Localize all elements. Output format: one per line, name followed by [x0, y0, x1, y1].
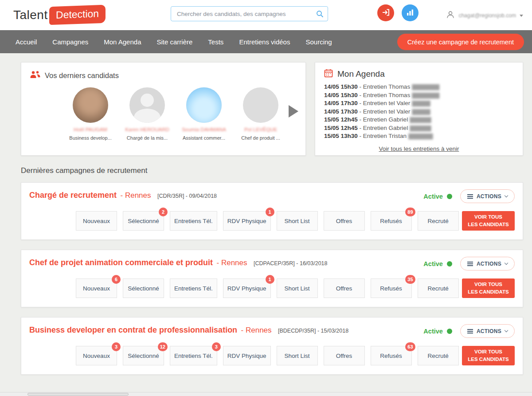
- search-icon[interactable]: [316, 10, 324, 20]
- nav-item[interactable]: Campagnes: [52, 38, 88, 46]
- stage-filter-button[interactable]: Offres: [324, 211, 365, 231]
- candidates-panel-title: Vos derniers candidats: [45, 71, 119, 80]
- stage-filter-button[interactable]: 1 RDV Physique: [223, 278, 271, 298]
- stage-label: Nouveaux: [83, 353, 110, 359]
- agenda-entry-redacted-name: ██████: [412, 101, 430, 106]
- campaign-location: - Rennes: [121, 191, 151, 200]
- stage-filter-button[interactable]: Offres: [324, 346, 365, 365]
- stats-button[interactable]: [402, 4, 419, 21]
- nav-item[interactable]: Tests: [208, 38, 223, 46]
- scrollbar-thumb[interactable]: [27, 393, 129, 396]
- stage-filter-button[interactable]: Nouveaux: [76, 211, 117, 231]
- actions-button-label: ACTIONS: [477, 261, 501, 267]
- stage-label: Sélectionné: [128, 285, 159, 292]
- horizontal-scrollbar[interactable]: [0, 392, 532, 396]
- candidate-avatar: [73, 87, 108, 123]
- campaign-card: Chargé de recrutement - Rennes [CDR/35R]…: [21, 182, 523, 240]
- stage-filter-button[interactable]: 3 Entretiens Tél.: [170, 346, 217, 365]
- actions-button[interactable]: ACTIONS: [460, 189, 515, 203]
- campaign-title: Chargé de recrutement - Rennes [CDR/35R]…: [29, 189, 384, 202]
- candidate-avatar: [186, 87, 222, 123]
- chevron-down-icon: [505, 261, 508, 265]
- stage-filter-button[interactable]: Recruté: [418, 346, 459, 365]
- logo-text-detection: Detection: [49, 5, 106, 25]
- stage-label: Offres: [336, 353, 352, 359]
- stage-filter-button[interactable]: 63 Refusés: [371, 346, 412, 365]
- nav-item[interactable]: Site carrière: [157, 38, 193, 46]
- candidate-card[interactable]: Pol LEVÊQUE Chef de produit ...: [232, 87, 289, 141]
- stage-filter-button[interactable]: RDV Physique: [223, 346, 271, 365]
- campaign-location: - Rennes: [241, 326, 272, 334]
- candidate-card[interactable]: Karen HEROUARD Chargé de la mis...: [119, 87, 176, 141]
- app-logo[interactable]: Talent Detection: [13, 6, 106, 24]
- actions-button-label: ACTIONS: [477, 193, 501, 200]
- campaign-job-title[interactable]: Chargé de recrutement: [29, 191, 117, 200]
- stage-filter-button[interactable]: Short List: [277, 346, 318, 365]
- stage-filter-button[interactable]: 6 Nouveaux: [76, 278, 117, 298]
- nav-item[interactable]: Sourcing: [305, 38, 332, 46]
- agenda-entry-redacted-name: ███████: [410, 125, 431, 131]
- agenda-entry-redacted-name: █████████: [412, 93, 439, 98]
- stage-filter-button[interactable]: Recruté: [418, 278, 459, 298]
- view-all-candidates-button[interactable]: VOIR TOUS LES CANDIDATS: [462, 211, 515, 231]
- stage-filter-button[interactable]: Short List: [277, 278, 318, 298]
- stage-filter-button[interactable]: 35 Refusés: [371, 278, 412, 298]
- stage-filter-button[interactable]: 1 RDV Physique: [223, 211, 271, 231]
- people-group-icon: [30, 71, 40, 80]
- main-nav: Accueil Campagnes Mon Agenda Site carriè…: [0, 30, 532, 53]
- agenda-entry: 14/05 15h30 - Entretien Thomas█████████: [324, 83, 514, 91]
- chevron-down-icon: [520, 15, 523, 17]
- candidate-name: Karen HEROUARD: [119, 127, 176, 132]
- nav-item[interactable]: Accueil: [16, 38, 37, 46]
- agenda-entry: 14/05 17h30 - Entretien tel Valer██████: [324, 108, 514, 116]
- stage-label: Recruté: [427, 285, 448, 292]
- search-input[interactable]: [171, 6, 328, 21]
- menu-icon: [467, 329, 473, 333]
- next-candidates-arrow[interactable]: [289, 105, 298, 118]
- stage-filter-button[interactable]: Short List: [277, 211, 318, 231]
- count-badge: 6: [112, 275, 121, 284]
- candidate-avatar: [243, 87, 278, 123]
- view-all-candidates-button[interactable]: VOIR TOUS LES CANDIDATS: [462, 278, 515, 298]
- stage-label: Sélectionné: [128, 218, 159, 224]
- menu-icon: [467, 262, 473, 266]
- stage-filter-button[interactable]: Sélectionné: [123, 278, 164, 298]
- stage-filter-button[interactable]: Recruté: [418, 211, 459, 231]
- user-menu[interactable]: chagat@regionsjob.com: [446, 10, 523, 21]
- create-campaign-button[interactable]: Créez une campagne de recrutement: [397, 34, 524, 50]
- campaign-location: - Rennes: [217, 259, 247, 267]
- agenda-entry-redacted-name: ███████: [410, 117, 431, 122]
- stage-filter-button[interactable]: 2 Sélectionné: [123, 211, 164, 231]
- campaign-job-title[interactable]: Business developer en contrat de profess…: [29, 325, 237, 334]
- count-badge: 35: [405, 275, 415, 284]
- candidates-row: Hoël PAUGAM Business develop... Karen HE…: [30, 87, 297, 141]
- candidate-card[interactable]: Soumia DAHMANA Assistant commer...: [176, 87, 232, 141]
- stage-filter-button[interactable]: 3 Nouveaux: [76, 346, 117, 365]
- agenda-entry-label: - Entretien tel Valer: [360, 108, 411, 115]
- count-badge: 63: [405, 342, 415, 351]
- actions-button[interactable]: ACTIONS: [460, 257, 515, 271]
- stage-filter-button[interactable]: 12 Sélectionné: [123, 346, 164, 365]
- stage-label: Entretiens Tél.: [174, 353, 213, 359]
- stage-filter-button[interactable]: Offres: [324, 278, 365, 298]
- candidate-card[interactable]: Hoël PAUGAM Business develop...: [62, 87, 119, 141]
- agenda-entry: 14/05 15h30 - Entretien Thomas█████████: [324, 91, 514, 100]
- campaign-job-title[interactable]: Chef de projet animation commerciale et …: [29, 258, 213, 267]
- stage-filter-button[interactable]: Entretiens Tél.: [170, 278, 217, 298]
- actions-button[interactable]: ACTIONS: [460, 324, 515, 338]
- count-badge: 1: [266, 208, 274, 216]
- view-all-candidates-button[interactable]: VOIR TOUS LES CANDIDATS: [462, 346, 515, 365]
- bar-chart-icon: [407, 9, 414, 17]
- agenda-entry: 15/05 13h30 - Entretien Tristan████████: [324, 132, 514, 141]
- candidate-role: Chef de produit ...: [232, 135, 289, 141]
- stage-filter-button[interactable]: Entretiens Tél.: [170, 211, 217, 231]
- stage-filters: Nouveaux 2 Sélectionné Entretiens Tél. 1…: [76, 211, 515, 231]
- see-all-interviews-link[interactable]: Voir tous les entretiens à venir: [379, 145, 459, 152]
- stage-label: RDV Physique: [227, 285, 266, 292]
- campaign-title: Chef de projet animation commerciale et …: [29, 257, 384, 269]
- nav-item[interactable]: Mon Agenda: [104, 38, 141, 46]
- nav-item[interactable]: Entretiens vidéos: [239, 38, 290, 46]
- agenda-entry-label: - Entretien Gabriel: [360, 116, 408, 123]
- login-button[interactable]: [377, 4, 394, 21]
- stage-filter-button[interactable]: 89 Refusés: [371, 211, 412, 231]
